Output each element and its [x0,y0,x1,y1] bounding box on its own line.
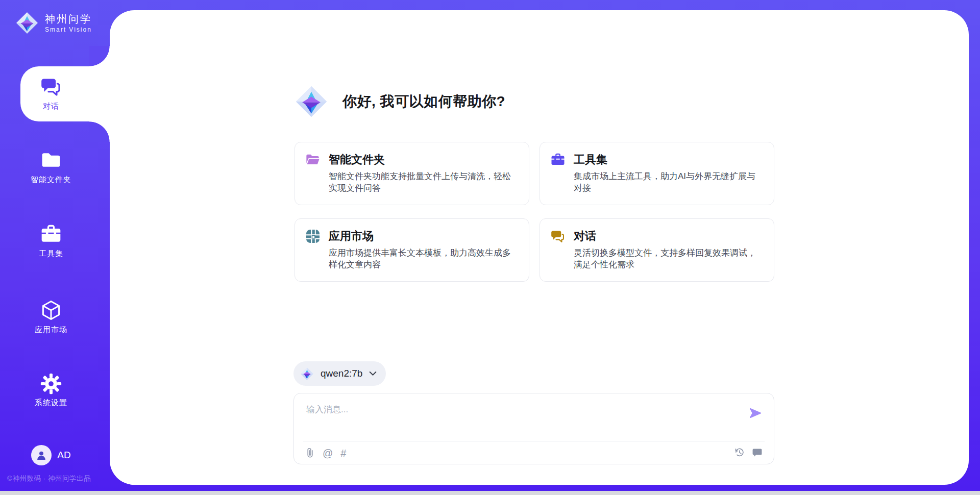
card-title: 应用市场 [329,229,374,244]
paperclip-icon[interactable] [305,447,315,459]
message-icon[interactable] [752,447,763,458]
sidebar-item-label: 智能文件夹 [31,175,71,185]
chevron-down-icon [369,371,377,376]
send-icon[interactable] [749,407,762,419]
feature-cards: 智能文件夹 智能文件夹功能支持批量文件上传与清洗，轻松实现文件问答 工具集 集成… [295,142,774,282]
user-name: AD [57,450,70,461]
sidebar-item-label: 系统设置 [35,398,67,408]
avatar [31,445,52,465]
composer-divider [303,441,765,441]
diamond-logo-icon [295,85,328,118]
chat-icon [550,229,566,244]
card-chat[interactable]: 对话 灵活切换多模型文件，支持多样回复效果调试，满足个性化需求 [540,218,774,282]
sidebar-item-label: 工具集 [39,249,63,259]
gear-icon [40,373,62,394]
card-app-market[interactable]: 应用市场 应用市场提供丰富长文本模板，助力高效生成多样化文章内容 [295,218,529,282]
sidebar-item-toolset[interactable]: 工具集 [0,223,102,259]
card-description: 集成市场上主流工具，助力AI与外界无缝扩展与对接 [574,170,763,194]
sidebar-item-smart-folder[interactable]: 智能文件夹 [0,149,102,185]
tab-notch-top [89,46,110,67]
card-description: 智能文件夹功能支持批量文件上传与清洗，轻松实现文件问答 [329,170,518,194]
toolbox-icon [550,152,566,167]
message-input[interactable] [305,401,708,419]
person-icon [36,450,47,461]
diamond-logo-icon [300,367,314,381]
card-toolset[interactable]: 工具集 集成市场上主流工具，助力AI与外界无缝扩展与对接 [540,142,774,205]
user-profile[interactable]: AD [0,445,102,465]
sidebar-item-settings[interactable]: 系统设置 [0,373,102,408]
diamond-logo-icon [15,11,39,35]
app-frame: 神州问学 Smart Vision 对话 智能文件夹 工具集 应用市场 系统设置 [0,0,980,491]
model-selector[interactable]: qwen2:7b [293,361,386,386]
folder-icon [40,149,62,171]
greeting-title: 你好, 我可以如何帮助你? [342,92,505,111]
sidebar-item-app-market[interactable]: 应用市场 [0,299,102,335]
card-title: 工具集 [574,152,607,167]
main-panel: 你好, 我可以如何帮助你? 智能文件夹 智能文件夹功能支持批量文件上传与清洗，轻… [110,10,969,485]
folder-open-icon [305,152,321,167]
hash-icon[interactable]: # [340,448,346,458]
sidebar-footer: ©神州数码 · 神州问学出品 [7,474,91,483]
card-title: 智能文件夹 [329,152,385,167]
card-title: 对话 [574,229,596,244]
brand-logo: 神州问学 Smart Vision [15,11,92,35]
cube-icon [40,299,62,321]
message-composer: @ # [293,393,774,464]
composer-toolbar-left: @ # [305,447,346,459]
history-icon[interactable] [734,447,745,458]
sidebar-item-chat[interactable]: 对话 [0,76,102,111]
brand-name: 神州问学 [45,13,92,24]
sidebar-item-label: 应用市场 [35,325,67,335]
sidebar-item-label: 对话 [43,102,59,111]
card-smart-folder[interactable]: 智能文件夹 智能文件夹功能支持批量文件上传与清洗，轻松实现文件问答 [295,142,529,205]
greeting-row: 你好, 我可以如何帮助你? [295,85,505,118]
app-grid-icon [305,229,321,244]
card-description: 灵活切换多模型文件，支持多样回复效果调试，满足个性化需求 [574,247,763,270]
composer-toolbar-right [734,447,763,458]
brand-subtitle: Smart Vision [45,26,92,33]
chat-icon [40,76,62,98]
brand-text: 神州问学 Smart Vision [45,13,92,33]
toolbox-icon [40,223,62,245]
model-name: qwen2:7b [321,368,362,379]
tab-notch-bottom [89,121,110,142]
card-description: 应用市场提供丰富长文本模板，助力高效生成多样化文章内容 [329,247,518,270]
at-icon[interactable]: @ [323,448,333,458]
